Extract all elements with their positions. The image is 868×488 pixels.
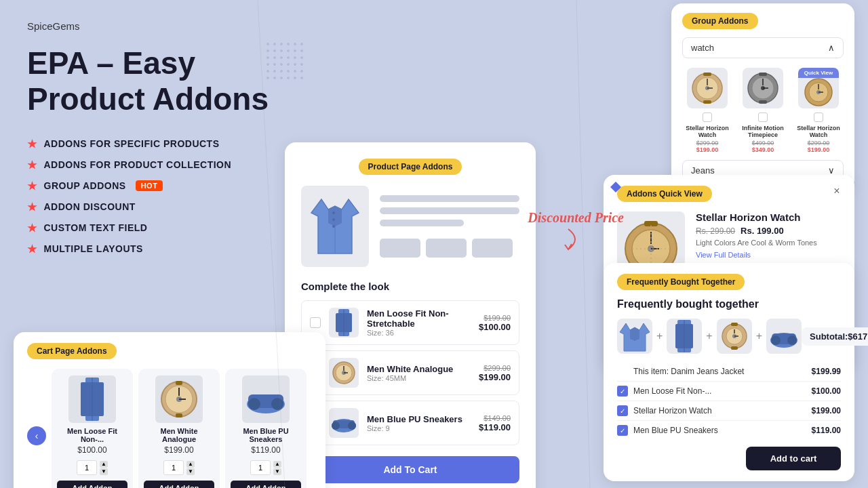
cart-items-row: ‹ Men Loose Fit Non-... $100.00 ▲ ▼ Add … [27,369,312,488]
addon-info: Men Blue PU Sneakers Size: 9 [367,414,471,432]
group-item-image [687,68,728,108]
fbt-card: Frequently Bought Together Frequently bo… [604,263,854,481]
detail-btn [426,239,467,258]
qty-down[interactable]: ▼ [100,468,108,475]
fbt-prod-jacket [617,319,652,354]
qv-prices: Rs. 299.00 Rs. 199.00 [696,226,841,236]
svg-point-2 [332,218,335,221]
prev-button[interactable]: ‹ [27,426,46,445]
group-item-checkbox[interactable] [814,113,823,122]
qty-input[interactable] [163,460,184,475]
fbt-checkbox-checked[interactable]: ✓ [617,386,628,396]
group-item-checkbox[interactable] [758,113,768,122]
feature-discount: ★ ADDON DISCOUNT [27,201,292,214]
fbt-item-row: ✓ Men Loose Fit Non-... $100.00 [617,382,841,401]
group-item-checkbox[interactable] [703,113,712,122]
addon-image [329,358,359,388]
svg-rect-36 [703,100,711,104]
detail-btn [380,239,420,258]
left-section: SpiceGems EPA – Easy Product Addons ★ AD… [27,20,292,264]
close-button[interactable]: × [830,184,844,198]
qty-arrows: ▲ ▼ [100,461,108,475]
cart-qty: ▲ ▼ [231,460,301,475]
feature-collection: ★ ADDONS FOR PRODUCT COLLECTION [27,159,292,171]
qty-up[interactable]: ▲ [273,461,281,468]
complete-look-title: Complete the look [301,281,519,292]
fbt-checkbox-checked[interactable]: ✓ [617,405,628,416]
addon-prices: $199.00 $100.00 [479,314,511,332]
product-detail-lines [380,186,519,267]
svg-rect-42 [759,73,767,76]
addon-item[interactable]: Men White Analogue Size: 45MM $299.00 $1… [301,350,519,395]
star-icon: ★ [27,201,37,214]
svg-point-1 [332,211,335,214]
view-full-details-link[interactable]: View Full Details [696,251,841,259]
cart-page-label: Cart Page Addons [27,343,117,359]
svg-point-14 [332,422,340,430]
qty-arrows: ▲ ▼ [273,461,281,475]
qty-arrows: ▲ ▼ [186,461,195,475]
add-addon-button[interactable]: Add Addon [57,481,127,488]
addon-item[interactable]: Men Blue PU Sneakers Size: 9 $149.00 $11… [301,401,519,445]
cart-item-price: $199.00 [144,445,214,455]
cart-item-price: $119.00 [231,445,301,455]
fbt-add-to-cart-button[interactable]: Add to cart [746,447,841,470]
qty-input[interactable] [77,460,97,475]
svg-rect-24 [176,381,182,385]
quick-view-badge[interactable]: Quick View [798,68,839,78]
qty-down[interactable]: ▼ [186,468,195,475]
fbt-checkbox-checked[interactable]: ✓ [617,425,628,436]
feature-layouts: ★ MULTIPLE LAYOUTS [27,243,292,256]
cart-item-image [68,375,116,423]
cart-item-image [155,375,203,423]
star-icon: ★ [27,243,37,256]
cart-item-name: Men Loose Fit Non-... [57,427,127,443]
product-page-label: Product Page Addons [359,159,462,175]
detail-line [380,220,464,226]
group-items-row: Stellar Horizon Watch $299.00 $199.00 In… [682,68,844,153]
discount-price-annotation: Discounted Price [528,210,624,256]
plus-icon: + [656,330,663,342]
group-search-dropdown[interactable]: watch ∧ [682,37,844,58]
plus-icon: + [706,330,712,342]
add-addon-button[interactable]: Add Addon [144,481,214,488]
star-icon: ★ [27,138,37,150]
addon-checkbox[interactable] [310,317,321,328]
cart-page-card: Cart Page Addons ‹ Men Loose Fit Non-...… [14,332,326,488]
svg-rect-25 [176,413,182,418]
chevron-up-icon: ∧ [828,43,835,53]
cart-item-name: Men White Analogue [144,427,214,443]
svg-point-29 [271,398,283,410]
svg-point-81 [787,336,797,345]
qty-up[interactable]: ▲ [186,461,195,468]
fbt-subtotal: Subtotal:$617.99 [802,327,868,346]
detail-btn [472,239,513,258]
cart-item: Men Blue PU Sneakers $119.00 ▲ ▼ Add Add… [225,369,307,488]
cart-item-image [242,375,290,423]
plus-icon: + [756,330,762,342]
svg-point-80 [771,336,781,345]
product-header [301,186,519,267]
group-item: Stellar Horizon Watch $299.00 $199.00 [682,68,732,153]
addon-image [329,308,359,338]
qty-down[interactable]: ▼ [273,468,281,475]
chevron-down-icon: ∨ [828,165,835,176]
add-addon-button[interactable]: Add Addon [231,481,301,488]
quick-view-card-label: Addons Quick View [617,186,712,202]
add-to-cart-button[interactable]: Add To Cart [301,456,519,483]
qty-up[interactable]: ▲ [100,461,108,468]
addon-info: Men White Analogue Size: 45MM [367,364,471,382]
addon-prices: $299.00 $199.00 [479,364,511,382]
star-icon: ★ [27,180,37,192]
addon-item[interactable]: Men Loose Fit Non-Stretchable Size: 36 $… [301,300,519,345]
feature-specific: ★ ADDONS FOR SPECIFIC PRODUCTS [27,138,292,150]
cart-item-name: Men Blue PU Sneakers [231,427,301,443]
cart-qty: ▲ ▼ [57,460,127,475]
qty-input[interactable] [250,460,271,475]
fbt-prod-jeans [667,319,702,354]
addon-image [329,408,359,438]
cart-item-price: $100.00 [57,445,127,455]
star-icon: ★ [27,222,37,235]
detail-buttons [380,239,519,258]
detail-line [380,195,519,202]
